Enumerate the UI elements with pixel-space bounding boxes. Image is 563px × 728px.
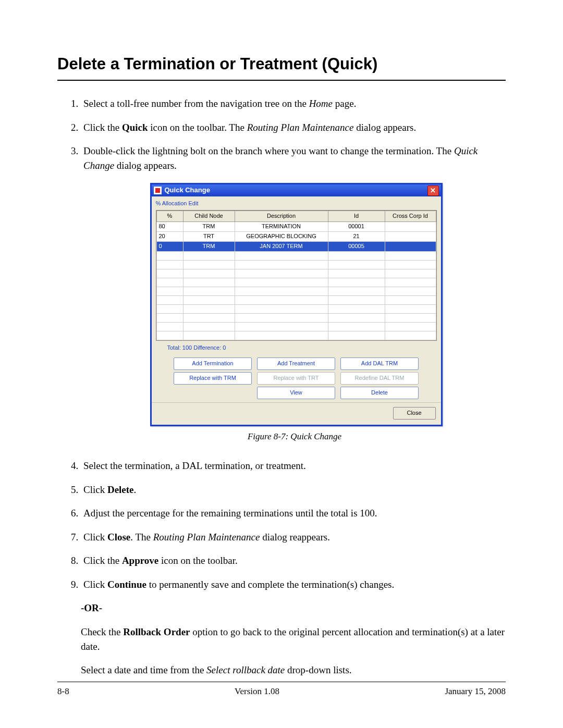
- step-1: Select a toll-free number from the navig…: [81, 96, 506, 111]
- table-row-empty[interactable]: [156, 278, 436, 287]
- table-row-empty[interactable]: [156, 295, 436, 304]
- step-list: Select a toll-free number from the navig…: [57, 96, 506, 591]
- app-icon: [154, 187, 162, 194]
- cell-pct[interactable]: 80: [156, 222, 183, 232]
- text: icon on the toolbar. The: [148, 122, 247, 133]
- home-term: Home: [309, 98, 333, 109]
- text: Click: [83, 579, 107, 590]
- step-2: Click the Quick icon on the toolbar. The…: [81, 120, 506, 135]
- delete-term: Delete: [107, 484, 134, 495]
- figure-caption: Figure 8-7: Quick Change: [150, 430, 439, 443]
- table-row-empty[interactable]: [156, 260, 436, 269]
- rollback-date-term: Select rollback date: [206, 664, 285, 675]
- text: to permanently save and complete the ter…: [146, 579, 394, 590]
- table-row-empty[interactable]: [156, 287, 436, 295]
- cell-cc: [385, 241, 436, 251]
- rollback-paragraph: Check the Rollback Order option to go ba…: [81, 625, 506, 653]
- figure: Quick Change ✕ % Allocation Edit % Child…: [150, 183, 439, 443]
- text: Double-click the lightning bolt on the b…: [83, 145, 454, 156]
- table-row[interactable]: 80 TRM TERMINATION 00001: [156, 222, 436, 232]
- table-row-empty[interactable]: [156, 251, 436, 260]
- text: Select a toll-free number from the navig…: [83, 98, 309, 109]
- header-row: % Child Node Description Id Cross Corp I…: [156, 211, 436, 222]
- rpm-term: Routing Plan Maintenance: [247, 122, 354, 133]
- table-row-empty[interactable]: [156, 331, 436, 340]
- page-title: Delete a Termination or Treatment (Quick…: [57, 55, 506, 73]
- add-treatment-button[interactable]: Add Treatment: [257, 357, 335, 370]
- redefine-dal-button: Redefine DAL TRM: [340, 372, 419, 385]
- text: Click the: [83, 122, 122, 133]
- cell-pct[interactable]: 0: [156, 241, 183, 251]
- col-pct[interactable]: %: [156, 211, 183, 222]
- rpm-term: Routing Plan Maintenance: [153, 532, 260, 542]
- cell-node: TRM: [183, 222, 235, 232]
- text: drop-down lists.: [285, 664, 351, 675]
- col-desc[interactable]: Description: [235, 211, 328, 222]
- totals-label: Total: 100 Difference: 0: [167, 344, 441, 352]
- table-row-selected[interactable]: 0 TRM JAN 2007 TERM 00005: [156, 241, 436, 251]
- cell-cc: [385, 222, 436, 232]
- text: dialog appears.: [114, 160, 177, 171]
- cell-node: TRM: [183, 241, 235, 251]
- cell-desc: GEOGRAPHIC BLOCKING: [235, 232, 328, 242]
- text: Select the termination, a DAL terminatio…: [83, 460, 306, 471]
- approve-term: Approve: [122, 555, 158, 566]
- text: . The: [130, 532, 153, 542]
- cell-desc: JAN 2007 TERM: [235, 241, 328, 251]
- or-block: -OR- Check the Rollback Order option to …: [81, 601, 506, 677]
- step-5: Click Delete.: [81, 483, 506, 497]
- cell-pct[interactable]: 20: [156, 232, 183, 242]
- quick-change-dialog: Quick Change ✕ % Allocation Edit % Child…: [150, 183, 443, 426]
- replace-trm-button[interactable]: Replace with TRM: [174, 372, 252, 385]
- grid: % Child Node Description Id Cross Corp I…: [156, 210, 437, 341]
- table-row-empty[interactable]: [156, 322, 436, 331]
- step-6: Adjust the percentage for the remaining …: [81, 506, 506, 521]
- close-icon[interactable]: ✕: [427, 186, 439, 196]
- table-row-empty[interactable]: [156, 313, 436, 322]
- step-8: Click the Approve icon on the toolbar.: [81, 553, 506, 568]
- col-node[interactable]: Child Node: [183, 211, 235, 222]
- table-row[interactable]: 20 TRT GEOGRAPHIC BLOCKING 21: [156, 232, 436, 242]
- delete-button[interactable]: Delete: [340, 387, 419, 399]
- dialog-footer: Close: [152, 402, 441, 425]
- rollback-term: Rollback Order: [123, 626, 190, 637]
- footer-right: January 15, 2008: [445, 686, 506, 697]
- rollback-date-paragraph: Select a date and time from the Select r…: [81, 663, 506, 677]
- button-grid: Add Termination Add Treatment Add DAL TR…: [152, 357, 441, 399]
- text: Select a date and time from the: [81, 664, 206, 675]
- text: page.: [333, 98, 356, 109]
- text: dialog appears.: [353, 122, 416, 133]
- cell-id: 00001: [328, 222, 385, 232]
- add-dal-trm-button[interactable]: Add DAL TRM: [340, 357, 419, 370]
- replace-trt-button: Replace with TRT: [257, 372, 335, 385]
- text: Click: [83, 532, 107, 542]
- title-rule: [57, 80, 506, 81]
- text: dialog reappears.: [260, 532, 330, 542]
- cell-node: TRT: [183, 232, 235, 242]
- step-7: Click Close. The Routing Plan Maintenanc…: [81, 530, 506, 545]
- page-footer: 8-8 Version 1.08 January 15, 2008: [57, 682, 506, 697]
- view-button[interactable]: View: [257, 387, 335, 399]
- text: icon on the toolbar.: [158, 555, 237, 566]
- continue-term: Continue: [107, 579, 146, 590]
- close-button[interactable]: Close: [393, 407, 436, 419]
- table-row-empty[interactable]: [156, 269, 436, 278]
- text: .: [134, 484, 137, 495]
- text: Click: [83, 484, 107, 495]
- cell-id: 00005: [328, 241, 385, 251]
- dialog-titlebar: Quick Change ✕: [152, 184, 441, 196]
- add-termination-button[interactable]: Add Termination: [174, 357, 252, 370]
- table-row-empty[interactable]: [156, 304, 436, 313]
- step-9: Click Continue to permanently save and c…: [81, 577, 506, 592]
- close-term: Close: [107, 532, 130, 542]
- step-3: Double-click the lightning bolt on the b…: [81, 144, 506, 443]
- text: Adjust the percentage for the remaining …: [83, 508, 377, 519]
- footer-left: 8-8: [57, 686, 69, 697]
- quick-term: Quick: [122, 122, 148, 133]
- cell-cc: [385, 232, 436, 242]
- cell-id: 21: [328, 232, 385, 242]
- text: Check the: [81, 626, 123, 637]
- group-label: % Allocation Edit: [156, 200, 441, 208]
- col-cc[interactable]: Cross Corp Id: [385, 211, 436, 222]
- col-id[interactable]: Id: [328, 211, 385, 222]
